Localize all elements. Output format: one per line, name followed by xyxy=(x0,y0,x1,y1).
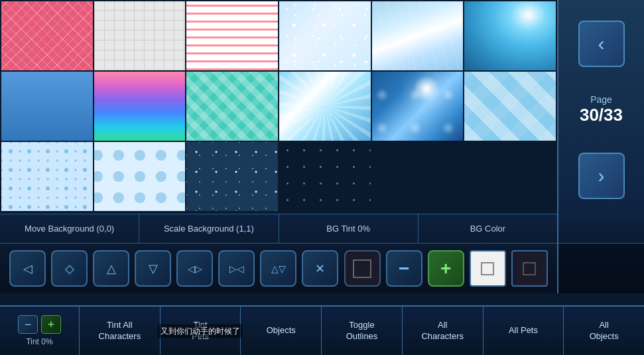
arrow-left-icon: ◁ xyxy=(23,261,32,276)
all-characters-label: AllCharacters xyxy=(421,320,464,342)
all-characters-button[interactable]: AllCharacters xyxy=(403,306,483,355)
color-swatch-white[interactable] xyxy=(470,250,506,287)
scale-horiz-button[interactable]: ◁▷ xyxy=(176,250,213,287)
white-swatch-inner xyxy=(481,262,494,275)
bg-item-5[interactable] xyxy=(372,1,464,70)
tint-minus-icon: − xyxy=(25,318,32,332)
tint-pets-button[interactable]: TintPets 又到你们动手的时候了 xyxy=(161,306,241,355)
bg-item-2[interactable] xyxy=(94,1,186,70)
scale-v-icon: △▽ xyxy=(271,263,286,274)
bg-item-11[interactable] xyxy=(372,72,464,141)
scale-compress-icon: ▷◁ xyxy=(229,263,244,274)
all-pets-label: All Pets xyxy=(509,325,538,336)
bg-item-12[interactable] xyxy=(464,72,556,141)
tint-bottom-plus[interactable]: + xyxy=(41,315,61,334)
prev-page-button[interactable]: ‹ xyxy=(578,21,625,67)
arrow-down-icon: ▽ xyxy=(149,261,158,276)
bg-item-14[interactable] xyxy=(94,142,186,211)
bg-color-label: BG Color xyxy=(419,214,557,243)
background-grid-wrapper xyxy=(0,0,557,214)
tint-objects-button[interactable]: Objects xyxy=(241,306,322,355)
plus-icon: + xyxy=(440,258,451,279)
tint-all-characters-label: Tint AllCharacters xyxy=(99,320,141,342)
page-number: 30/33 xyxy=(580,105,623,125)
dark-swatch-inner xyxy=(353,259,371,278)
scale-bg-label: Scale Background (1,1) xyxy=(139,214,279,243)
arrow-bar: ◁ ◇ △ ▽ ◁▷ ▷◁ △▽ ✕ xyxy=(0,244,557,293)
bg-tint-label: BG Tint 0% xyxy=(279,214,419,243)
arrow-right-icon: ◇ xyxy=(65,261,74,276)
all-objects-button[interactable]: AllObjects xyxy=(564,306,644,355)
page-label: Page xyxy=(580,94,623,105)
arrow-row-container: ◁ ◇ △ ▽ ◁▷ ▷◁ △▽ ✕ xyxy=(0,244,644,293)
background-grid xyxy=(0,0,557,212)
tint-controls: − + Tint 0% xyxy=(0,306,80,355)
move-left-button[interactable]: ◁ xyxy=(9,250,46,287)
side-panel-arrow-spacer xyxy=(557,244,644,293)
move-right-button[interactable]: ◇ xyxy=(51,250,88,287)
bottom-toolbar: − + Tint 0% Tint AllCharacters TintPets … xyxy=(0,305,644,355)
bg-item-1[interactable] xyxy=(1,1,93,70)
page-info: Page 30/33 xyxy=(580,94,623,125)
bg-item-3[interactable] xyxy=(186,1,278,70)
tint-minus-button[interactable]: − xyxy=(386,250,422,287)
scale-cross-button[interactable]: ✕ xyxy=(302,250,338,287)
next-icon: › xyxy=(598,165,605,187)
bg-item-9[interactable] xyxy=(186,72,278,141)
tint-percent-label: Tint 0% xyxy=(26,337,52,346)
all-pets-button[interactable]: All Pets xyxy=(483,306,564,355)
bg-item-13[interactable] xyxy=(1,142,93,211)
move-up-button[interactable]: △ xyxy=(93,250,129,287)
bg-item-15[interactable] xyxy=(186,142,278,211)
arrow-up-icon: △ xyxy=(107,261,116,276)
tint-bottom-minus[interactable]: − xyxy=(18,315,38,334)
controls-label-row: Move Background (0,0) Scale Background (… xyxy=(0,214,644,244)
tint-btn-group: − + xyxy=(18,315,61,334)
tint-plus-button[interactable]: + xyxy=(428,250,464,287)
tint-objects-label: Objects xyxy=(267,325,296,336)
tint-swatch-dark[interactable] xyxy=(344,250,381,287)
bg-item-4[interactable] xyxy=(279,1,371,70)
top-section: ‹ Page 30/33 › xyxy=(0,0,644,214)
all-objects-label: AllObjects xyxy=(590,320,619,342)
side-panel: ‹ Page 30/33 › xyxy=(557,0,644,219)
minus-icon: − xyxy=(399,258,409,279)
scale-h-icon: ◁▷ xyxy=(188,263,202,274)
color-swatch-dark[interactable] xyxy=(511,250,548,287)
cross-icon: ✕ xyxy=(315,261,325,276)
prev-icon: ‹ xyxy=(598,33,605,55)
move-bg-label: Move Background (0,0) xyxy=(0,214,139,243)
toggle-outlines-label: ToggleOutlines xyxy=(346,320,378,342)
chinese-text-overlay: 又到你们动手的时候了 xyxy=(158,324,243,338)
bg-item-10[interactable] xyxy=(279,72,371,141)
tint-all-characters-button[interactable]: Tint AllCharacters xyxy=(80,306,161,355)
bg-item-6[interactable] xyxy=(464,1,556,70)
scale-compress-h-button[interactable]: ▷◁ xyxy=(218,250,255,287)
bg-item-8[interactable] xyxy=(94,72,186,141)
bg-item-7[interactable] xyxy=(1,72,93,141)
toggle-outlines-button[interactable]: ToggleOutlines xyxy=(322,306,403,355)
next-page-button[interactable]: › xyxy=(578,153,625,199)
tint-plus-icon: + xyxy=(48,318,55,332)
dark-swatch-inner2 xyxy=(523,262,536,275)
bg-item-16[interactable] xyxy=(279,142,371,211)
controls-bar: Move Background (0,0) Scale Background (… xyxy=(0,214,557,244)
move-down-button[interactable]: ▽ xyxy=(135,250,171,287)
scale-vert-button[interactable]: △▽ xyxy=(260,250,296,287)
